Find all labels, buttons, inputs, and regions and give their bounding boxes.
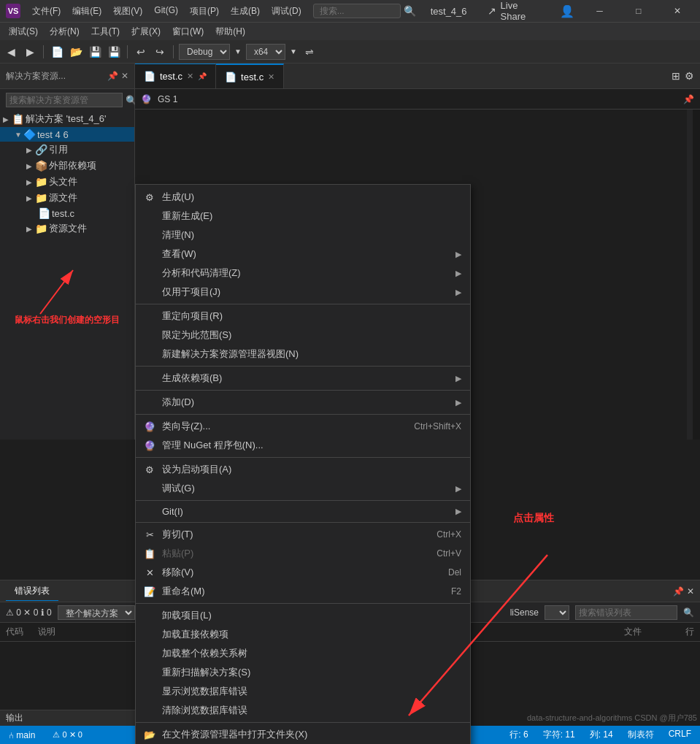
ctx-item-11[interactable]: 生成依赖项(B)▶ [136,369,470,388]
panel-tab-errors[interactable]: 错误列表 [6,582,58,601]
menu-test[interactable]: 测试(S) [3,23,44,41]
menu-debug[interactable]: 调试(D) [266,2,307,20]
ctx-item-29[interactable]: 加载直接依赖项 [136,625,470,644]
menu-edit[interactable]: 编辑(E) [66,2,107,20]
settings-icon[interactable]: ⚙ [685,70,694,82]
toolbar-saveall[interactable]: 💾 [106,44,122,60]
debug-config-select[interactable]: Debug [179,44,230,60]
menu-tools[interactable]: 工具(T) [85,23,126,41]
ctx-item-3[interactable]: 查看(W)▶ [136,245,470,264]
status-branch[interactable]: ⑃ main [6,730,38,740]
toolbar-forward[interactable]: ▶ [22,44,38,60]
menu-build[interactable]: 生成(B) [225,2,266,20]
intellisense-select[interactable] [545,605,569,620]
menu-analyze[interactable]: 分析(N) [44,23,85,41]
minimap[interactable] [687,110,693,440]
tree-item-ref[interactable]: ▶ 🔗 引用 [0,142,134,158]
panel-close-icon[interactable]: ✕ [687,586,694,597]
ctx-item-35[interactable]: 📂在文件资源管理器中打开文件夹(X) [136,725,470,744]
ctx-item-31[interactable]: 重新扫描解决方案(S) [136,663,470,682]
ctx-sep-14 [136,414,470,415]
tree-item-solution[interactable]: ▶ 📋 解决方案 'test_4_6' [0,111,134,127]
ctx-item-28[interactable]: 卸载项目(L) [136,606,470,625]
col-code: 代码 [6,626,23,638]
minimize-button[interactable]: ─ [583,0,616,22]
tab-test-c-1[interactable]: 📄 test.c ✕ 📌 [135,64,216,88]
menu-help[interactable]: 帮助(H) [209,23,251,41]
ctx-item-30[interactable]: 加载整个依赖关系树 [136,644,470,663]
ctx-item-32[interactable]: 显示浏览数据库错误 [136,682,470,701]
tree-item-testc[interactable]: 📄 test.c [0,206,134,220]
ctx-label-13: 添加(D) [162,396,194,409]
split-icon[interactable]: ⊞ [672,70,680,82]
sidebar-close-icon[interactable]: ✕ [121,71,128,81]
toolbar-undo[interactable]: ↩ [133,44,149,60]
ctx-item-9[interactable]: 新建解决方案资源管理器视图(N) [136,345,470,364]
toolbar-open[interactable]: 📂 [68,44,84,60]
ctx-item-33[interactable]: 清除浏览数据库错误 [136,701,470,720]
sidebar-search-input[interactable] [6,93,123,107]
tree-item-extdeps[interactable]: ▶ 📦 外部依赖项 [0,158,134,174]
status-chars[interactable]: 字符: 11 [540,729,578,741]
ctx-shortcut-24: Ctrl+V [415,548,461,559]
menu-project[interactable]: 项目(P) [184,2,225,20]
menu-extensions[interactable]: 扩展(X) [126,23,166,41]
ctx-item-2[interactable]: 清理(N) [136,226,470,245]
tab-test-c-2[interactable]: 📄 test.c ✕ [216,64,284,88]
ref-icon: 🔗 [35,144,47,156]
ctx-item-5[interactable]: 仅用于项目(J)▶ [136,283,470,302]
error-search-icon[interactable]: 🔍 [683,607,694,618]
ctx-item-15[interactable]: 🔮类向导(Z)...Ctrl+Shift+X [136,417,470,436]
error-search-input[interactable] [575,605,677,620]
headers-icon: 📁 [35,176,47,188]
status-encoding[interactable]: CRLF [666,729,694,741]
live-share-button[interactable]: ↗ Live Share [482,0,551,25]
status-sign[interactable]: 制表符 [625,729,657,741]
menu-view[interactable]: 视图(V) [107,2,148,20]
ctx-icon-0: ⚙ [143,191,156,204]
toolbar-save[interactable]: 💾 [87,44,103,60]
panel-pin-icon[interactable]: 📌 [673,586,684,597]
ctx-item-7[interactable]: 重定向项目(R) [136,307,470,326]
person-icon[interactable]: 👤 [557,4,577,18]
scrollbar-vertical[interactable] [693,110,700,440]
ctx-label-16: 管理 NuGet 程序包(N)... [162,439,264,452]
maximize-button[interactable]: □ [622,0,655,22]
scope-icon: 🔮 [141,94,152,104]
toolbar-back[interactable]: ◀ [3,44,19,60]
ctx-item-13[interactable]: 添加(D)▶ [136,393,470,412]
tab-close-1[interactable]: ✕ [187,72,193,81]
ctx-item-21[interactable]: Git(I)▶ [136,503,470,520]
ctx-item-26[interactable]: 📝重命名(M)F2 [136,582,470,601]
pin-icon[interactable]: 📌 [107,71,118,81]
menu-file[interactable]: 文件(F) [26,2,66,20]
pin-nav-icon[interactable]: 📌 [683,94,694,104]
ctx-label-5: 仅用于项目(J) [162,285,220,299]
ctx-item-8[interactable]: 限定为此范围(S) [136,326,470,345]
tree-item-sources[interactable]: ▶ 📁 源文件 [0,190,134,206]
tree-item-project[interactable]: ▼ 🔷 test 4 6 [0,127,134,142]
ctx-item-0[interactable]: ⚙生成(U) [136,188,470,207]
scope-select[interactable]: 整个解决方案 [58,605,135,620]
ctx-item-18[interactable]: ⚙设为启动项目(A) [136,460,470,479]
close-button[interactable]: ✕ [661,0,694,22]
ctx-item-25[interactable]: ✕移除(V)Del [136,563,470,582]
toolbar-new[interactable]: 📄 [49,44,65,60]
ctx-item-1[interactable]: 重新生成(E) [136,207,470,226]
menu-window[interactable]: 窗口(W) [166,23,209,41]
ctx-item-16[interactable]: 🔮管理 NuGet 程序包(N)... [136,436,470,455]
tree-item-headers[interactable]: ▶ 📁 头文件 [0,174,134,190]
status-line[interactable]: 行: 6 [507,729,531,741]
toolbar-redo[interactable]: ↪ [152,44,168,60]
status-col[interactable]: 列: 14 [587,729,616,741]
tree-item-resources[interactable]: ▶ 📁 资源文件 [0,220,134,237]
ctx-item-19[interactable]: 调试(G)▶ [136,479,470,498]
platform-select[interactable]: x64 [246,44,285,60]
search-input[interactable] [313,4,401,18]
tab-pin-1[interactable]: 📌 [198,72,207,80]
ctx-item-4[interactable]: 分析和代码清理(Z)▶ [136,264,470,283]
toolbar-extra[interactable]: ⇌ [301,44,318,60]
menu-git[interactable]: Git(G) [148,2,184,20]
ctx-item-23[interactable]: ✂剪切(T)Ctrl+X [136,525,470,544]
tab-close-2[interactable]: ✕ [268,72,274,82]
